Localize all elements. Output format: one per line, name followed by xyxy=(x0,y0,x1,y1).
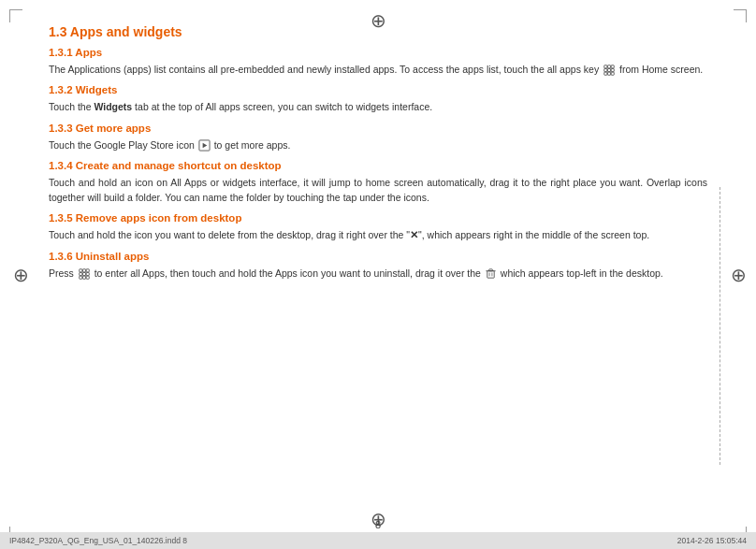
section-1-3-2-text-post: tab at the top of All apps screen, you c… xyxy=(132,101,432,112)
all-apps-icon xyxy=(603,64,616,77)
svg-rect-6 xyxy=(604,72,607,75)
section-1-3-6-text-mid: to enter all Apps, then touch and hold t… xyxy=(92,267,484,279)
svg-rect-11 xyxy=(80,269,82,272)
section-1-3-1-text-pre: The Applications (apps) list contains al… xyxy=(49,64,602,75)
section-1-3-6-body: Press to enter all Apps, then touch and … xyxy=(49,266,707,281)
section-1-3-3-text-pre: Touch the Google Play Store icon xyxy=(49,139,197,151)
section-1-3-1-body: The Applications (apps) list contains al… xyxy=(49,62,707,77)
svg-marker-10 xyxy=(202,143,207,149)
svg-rect-20 xyxy=(487,271,494,278)
section-1-3-5-body: Touch and hold the icon you want to dele… xyxy=(49,227,707,242)
trash-icon xyxy=(485,267,497,280)
page-container: 1.3 Apps and widgets 1.3.1 Apps The Appl… xyxy=(0,0,756,549)
section-1-3-4-body: Touch and hold an icon on All Apps or wi… xyxy=(49,175,707,206)
svg-rect-18 xyxy=(82,276,85,279)
svg-rect-3 xyxy=(604,69,607,72)
svg-rect-16 xyxy=(86,272,89,275)
section-1-3-1-text-post: from Home screen. xyxy=(617,64,703,75)
svg-rect-0 xyxy=(604,65,607,68)
footer-left-text: IP4842_P320A_QG_Eng_USA_01_140226.indd 8 xyxy=(9,536,187,545)
section-1-3-2-heading: 1.3.2 Widgets xyxy=(49,84,707,95)
svg-rect-5 xyxy=(611,69,614,72)
svg-rect-4 xyxy=(608,69,611,72)
svg-rect-17 xyxy=(80,276,82,279)
svg-rect-13 xyxy=(86,269,89,272)
play-store-icon xyxy=(198,139,211,152)
section-1-3-3-text-post: to get more apps. xyxy=(211,139,291,151)
section-1-3-2-body: Touch the Widgets tab at the top of All … xyxy=(49,99,707,114)
section-1-3-6-text-pre: Press xyxy=(49,267,77,279)
section-1-3-heading: 1.3 Apps and widgets xyxy=(49,24,707,39)
svg-rect-14 xyxy=(80,272,82,275)
svg-rect-19 xyxy=(86,276,89,279)
svg-rect-22 xyxy=(489,269,493,271)
svg-rect-15 xyxy=(82,272,85,275)
section-1-3-6-heading: 1.3.6 Uninstall apps xyxy=(49,251,707,262)
section-1-3-4-heading: 1.3.4 Create and manage shortcut on desk… xyxy=(49,160,707,171)
section-1-3-5-heading: 1.3.5 Remove apps icon from desktop xyxy=(49,212,707,224)
svg-rect-12 xyxy=(82,269,85,272)
section-1-3-5-x-icon: ✕ xyxy=(410,229,418,240)
section-1-3-3-body: Touch the Google Play Store icon to get … xyxy=(49,137,707,152)
main-content: 1.3 Apps and widgets 1.3.1 Apps The Appl… xyxy=(49,17,707,281)
page-number: 8 xyxy=(375,519,381,530)
section-1-3-3-heading: 1.3.3 Get more apps xyxy=(49,123,707,134)
section-1-3-2-bold: Widgets xyxy=(94,101,132,112)
svg-rect-2 xyxy=(611,65,614,68)
section-1-3-6-text-post: which appears top-left in the desktop. xyxy=(498,267,663,279)
svg-rect-7 xyxy=(608,72,611,75)
svg-rect-1 xyxy=(608,65,611,68)
section-1-3-5-text-pre: Touch and hold the icon you want to dele… xyxy=(49,229,410,240)
apps-grid-icon-2 xyxy=(78,267,91,281)
section-1-3-1-heading: 1.3.1 Apps xyxy=(49,47,707,58)
footer-bar: IP4842_P320A_QG_Eng_USA_01_140226.indd 8… xyxy=(0,532,756,549)
section-1-3-5-text-post: ", which appears right in the middle of … xyxy=(418,229,649,240)
section-1-3-2-text-pre: Touch the xyxy=(49,101,94,112)
footer-right-text: 2014-2-26 15:05:44 xyxy=(677,536,747,545)
svg-rect-8 xyxy=(611,72,614,75)
